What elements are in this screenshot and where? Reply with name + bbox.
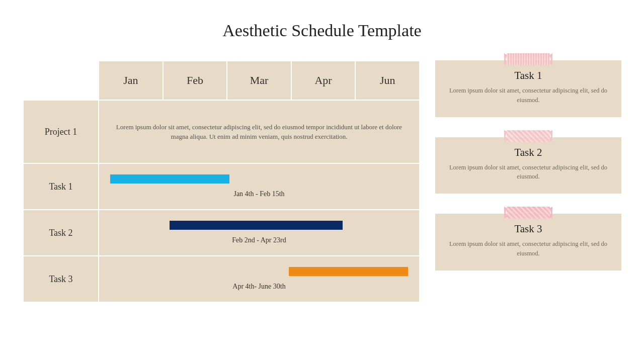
task-1-range: Jan 4th - Feb 15th bbox=[233, 189, 284, 199]
header-blank bbox=[23, 61, 99, 100]
month-jun: Jun bbox=[355, 61, 420, 100]
row-task-3: Task 3 Apr 4th- June 30th bbox=[23, 256, 420, 302]
month-apr: Apr bbox=[291, 61, 356, 100]
card-2-title: Task 2 bbox=[447, 146, 609, 159]
row-label-task-2: Task 2 bbox=[23, 210, 99, 256]
page-title: Aesthetic Schedule Template bbox=[0, 21, 644, 40]
card-1-body: Lorem ipsum dolor sit amet, consectetur … bbox=[447, 86, 609, 105]
task-1-barwrap: Jan 4th - Feb 15th bbox=[110, 173, 408, 200]
task-2-range: Feb 2nd - Apr 23rd bbox=[232, 235, 286, 245]
task-1-bar bbox=[110, 174, 229, 184]
schedule-panel: Jan Feb Mar Apr Jun Project 1 Lorem ipsu… bbox=[23, 60, 420, 303]
task-2-cell: Feb 2nd - Apr 23rd bbox=[99, 210, 420, 256]
layout: Jan Feb Mar Apr Jun Project 1 Lorem ipsu… bbox=[0, 40, 644, 303]
task-3-bar bbox=[289, 267, 408, 276]
row-task-2: Task 2 Feb 2nd - Apr 23rd bbox=[23, 210, 420, 256]
card-1-title: Task 1 bbox=[447, 69, 609, 82]
card-2-body: Lorem ipsum dolor sit amet, consectetur … bbox=[447, 163, 609, 182]
row-label-task-3: Task 3 bbox=[23, 256, 99, 302]
cards-panel: Task 1 Lorem ipsum dolor sit amet, conse… bbox=[435, 60, 621, 303]
project-1-description: Lorem ipsum dolor sit amet, consectetur … bbox=[99, 100, 420, 163]
month-feb: Feb bbox=[163, 61, 227, 100]
task-2-barwrap: Feb 2nd - Apr 23rd bbox=[110, 219, 408, 246]
header-row: Jan Feb Mar Apr Jun bbox=[23, 61, 420, 100]
row-project-1: Project 1 Lorem ipsum dolor sit amet, co… bbox=[23, 100, 420, 163]
card-task-1: Task 1 Lorem ipsum dolor sit amet, conse… bbox=[435, 60, 621, 117]
card-task-3: Task 3 Lorem ipsum dolor sit amet, conse… bbox=[435, 214, 621, 270]
schedule-table: Jan Feb Mar Apr Jun Project 1 Lorem ipsu… bbox=[23, 60, 420, 303]
row-label-project-1: Project 1 bbox=[23, 100, 99, 163]
task-3-barwrap: Apr 4th- June 30th bbox=[110, 265, 408, 293]
tape-icon bbox=[507, 207, 550, 219]
row-label-task-1: Task 1 bbox=[23, 163, 99, 210]
month-mar: Mar bbox=[227, 61, 291, 100]
tape-icon bbox=[507, 130, 550, 142]
card-task-2: Task 2 Lorem ipsum dolor sit amet, conse… bbox=[435, 137, 621, 194]
task-2-bar bbox=[170, 221, 342, 230]
task-1-cell: Jan 4th - Feb 15th bbox=[99, 163, 420, 210]
tape-icon bbox=[507, 53, 550, 65]
card-3-body: Lorem ipsum dolor sit amet, consectetur … bbox=[447, 239, 609, 258]
task-3-cell: Apr 4th- June 30th bbox=[99, 256, 420, 302]
card-3-title: Task 3 bbox=[447, 223, 609, 235]
task-3-range: Apr 4th- June 30th bbox=[232, 281, 285, 292]
month-jan: Jan bbox=[99, 61, 163, 100]
row-task-1: Task 1 Jan 4th - Feb 15th bbox=[23, 163, 420, 210]
